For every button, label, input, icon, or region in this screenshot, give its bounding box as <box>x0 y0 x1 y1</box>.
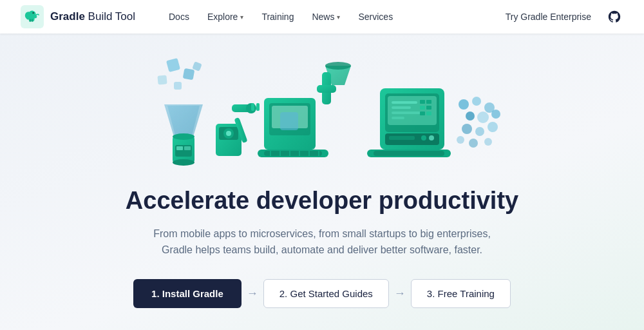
svg-point-56 <box>421 135 426 141</box>
svg-rect-54 <box>389 136 415 140</box>
install-gradle-button[interactable]: 1. Install Gradle <box>133 279 242 308</box>
svg-point-68 <box>457 136 464 144</box>
svg-rect-29 <box>264 151 322 156</box>
svg-point-60 <box>472 97 481 106</box>
svg-rect-58 <box>374 151 444 156</box>
free-training-button[interactable]: 3. Free Training <box>411 279 511 308</box>
svg-rect-5 <box>174 82 182 90</box>
nav-docs[interactable]: Docs <box>161 8 197 26</box>
logo-brand: Gradle Build Tool <box>50 10 135 23</box>
svg-rect-27 <box>280 112 298 130</box>
svg-point-69 <box>469 139 478 148</box>
nav-try-enterprise[interactable]: Try Gradle Enterprise <box>497 8 600 26</box>
svg-rect-23 <box>256 103 260 111</box>
arrow-1-icon: → <box>247 287 258 300</box>
svg-point-18 <box>226 131 231 136</box>
svg-rect-14 <box>184 146 191 150</box>
hero-subtitle: From mobile apps to microservices, from … <box>153 226 491 258</box>
navbar: Gradle Build Tool Docs Explore ▾ Trainin… <box>0 0 644 34</box>
svg-rect-51 <box>420 112 425 115</box>
nav-training[interactable]: Training <box>254 8 301 26</box>
svg-point-66 <box>475 127 484 136</box>
svg-point-59 <box>459 99 469 110</box>
svg-rect-22 <box>251 103 254 111</box>
svg-point-63 <box>477 112 489 123</box>
svg-rect-6 <box>192 61 202 71</box>
hero-illustration <box>122 46 522 182</box>
nav-services[interactable]: Services <box>350 8 401 26</box>
svg-point-65 <box>462 124 472 134</box>
svg-rect-49 <box>420 106 425 110</box>
svg-point-39 <box>325 62 351 70</box>
svg-rect-47 <box>420 100 425 104</box>
main-nav: Docs Explore ▾ Training News ▾ Services <box>161 8 497 26</box>
svg-point-1 <box>32 12 33 14</box>
svg-point-62 <box>466 112 475 121</box>
get-started-guides-button[interactable]: 2. Get Started Guides <box>263 279 389 308</box>
arrow-2-icon: → <box>394 287 406 300</box>
gradle-logo-icon <box>21 5 44 28</box>
svg-rect-2 <box>166 58 180 72</box>
svg-point-11 <box>173 159 194 166</box>
svg-rect-43 <box>392 101 417 104</box>
github-icon[interactable] <box>605 8 623 26</box>
logo-area[interactable]: Gradle Build Tool <box>21 5 135 28</box>
hero-section: Accelerate developer productivity From m… <box>0 34 644 330</box>
nav-news[interactable]: News ▾ <box>304 8 348 26</box>
svg-rect-52 <box>426 112 431 115</box>
cta-row: 1. Install Gradle → 2. Get Started Guide… <box>133 279 511 308</box>
svg-point-67 <box>488 122 498 132</box>
explore-chevron-icon: ▾ <box>240 14 243 21</box>
hero-title: Accelerate developer productivity <box>126 187 518 215</box>
svg-rect-50 <box>426 106 431 110</box>
news-chevron-icon: ▾ <box>337 14 340 21</box>
svg-rect-4 <box>157 75 167 84</box>
svg-point-70 <box>484 138 492 146</box>
svg-rect-46 <box>392 117 404 119</box>
svg-rect-3 <box>183 68 195 81</box>
svg-point-10 <box>173 133 194 140</box>
svg-point-55 <box>429 135 434 141</box>
svg-rect-45 <box>392 112 424 114</box>
svg-point-64 <box>491 110 500 119</box>
svg-rect-48 <box>426 100 431 104</box>
nav-explore[interactable]: Explore ▾ <box>200 8 251 26</box>
svg-rect-44 <box>392 106 411 109</box>
svg-rect-13 <box>176 146 183 150</box>
svg-rect-37 <box>317 85 336 93</box>
